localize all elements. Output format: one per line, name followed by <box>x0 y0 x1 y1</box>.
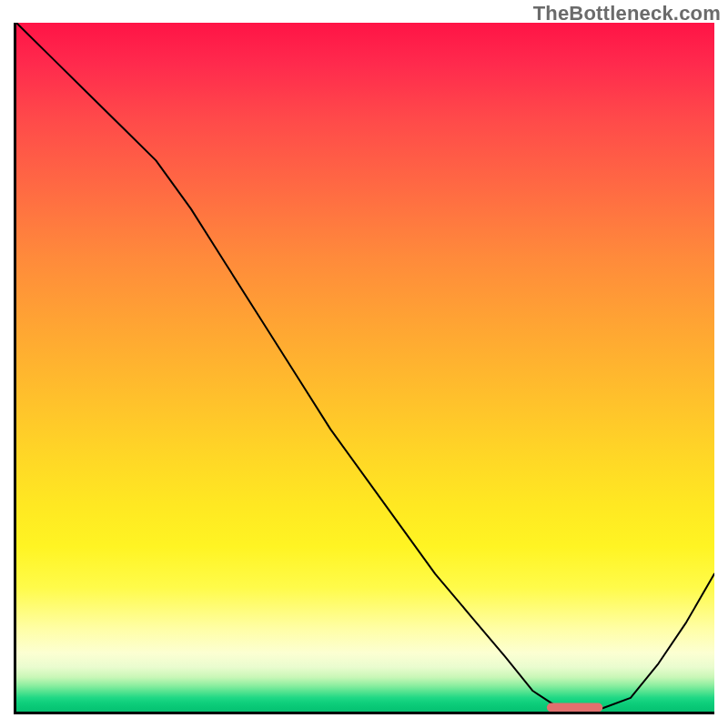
plot-svg <box>16 23 714 712</box>
bottleneck-curve <box>16 23 714 708</box>
optimal-range-marker <box>547 703 602 712</box>
chart-stage: TheBottleneck.com <box>0 0 728 728</box>
plot-area <box>14 23 714 714</box>
